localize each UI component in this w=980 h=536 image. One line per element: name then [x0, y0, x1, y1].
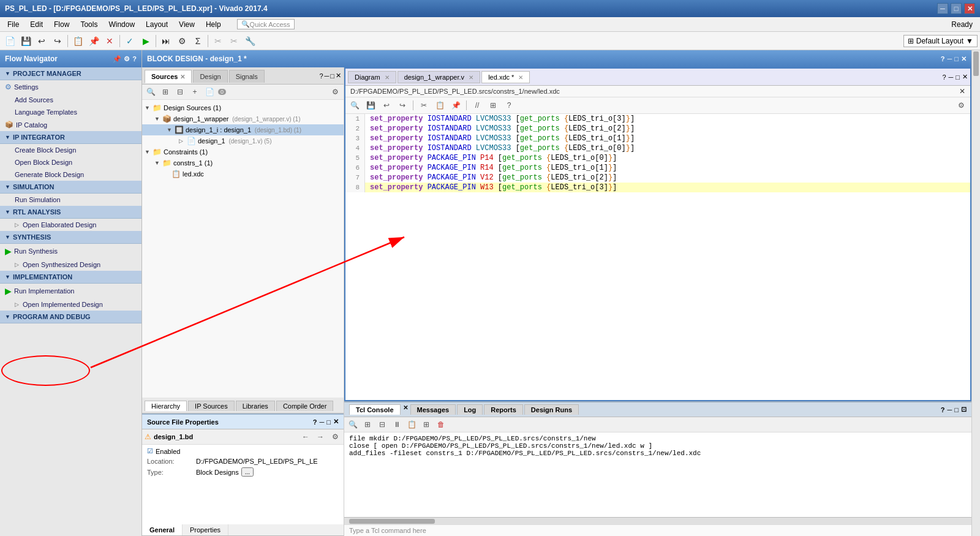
tcl-input[interactable]: Type a Tcl command here	[344, 524, 971, 536]
layout-dropdown[interactable]: ⊞ Default Layout ▼	[903, 35, 978, 47]
copy-button[interactable]: 📋	[70, 34, 85, 48]
tcl-tab-reports[interactable]: Reports	[484, 404, 523, 415]
tcl-pause-btn[interactable]: ⏸	[391, 418, 403, 431]
code-table-btn[interactable]: ⊞	[486, 99, 500, 112]
tcl-delete-btn[interactable]: 🗑	[435, 418, 447, 431]
run-button[interactable]: ▶	[138, 34, 153, 48]
nav-item-run-simulation[interactable]: Run Simulation	[0, 194, 141, 206]
code-redo-btn[interactable]: ↪	[396, 99, 409, 112]
cut-button[interactable]: ✂	[211, 34, 225, 48]
tcl-help-icon[interactable]: ?	[941, 406, 945, 413]
code-close-icon[interactable]: ✕	[962, 73, 968, 81]
bd-help-icon[interactable]: ?	[941, 55, 945, 63]
paste-button[interactable]: 📌	[86, 34, 101, 48]
tcl-expand-btn[interactable]: ⊞	[361, 418, 374, 431]
nav-item-add-sources[interactable]: Add Sources	[0, 94, 141, 106]
menu-help[interactable]: Help	[201, 19, 226, 30]
tab-design[interactable]: Design	[193, 70, 227, 83]
collapse-all-button[interactable]: ⊟	[174, 86, 186, 98]
sources-help-icon[interactable]: ?	[319, 72, 323, 80]
type-browse-button[interactable]: ...	[241, 467, 254, 477]
code-cut-btn[interactable]: ✂	[417, 99, 431, 112]
sources-min-icon[interactable]: ─	[325, 72, 330, 80]
pin-icon[interactable]: 📌	[113, 55, 121, 63]
delete-button[interactable]: ✕	[102, 34, 117, 48]
code-undo-btn[interactable]: ↩	[380, 99, 393, 112]
props-tab-properties[interactable]: Properties	[183, 524, 228, 535]
tree-constraints[interactable]: ▼ 📁 Constraints (1)	[142, 146, 344, 157]
tree-design-sources[interactable]: ▼ 📁 Design Sources (1)	[142, 102, 344, 113]
code-save-button[interactable]: 💾	[364, 99, 377, 112]
code-tab-wrapper[interactable]: design_1_wrapper.v ✕	[398, 71, 481, 83]
nav-item-generate-block-design[interactable]: Generate Block Design	[0, 168, 141, 181]
nav-item-run-synthesis[interactable]: ▶ Run Synthesis	[0, 244, 141, 259]
code-editor-settings-btn[interactable]: ⚙	[954, 99, 968, 112]
flow-nav-scroll[interactable]: ▼ PROJECT MANAGER ⚙ Settings Add Sources…	[0, 67, 141, 536]
tcl-hscroll[interactable]	[344, 517, 971, 524]
tcl-tab-console[interactable]: Tcl Console	[349, 404, 401, 415]
maximize-button[interactable]: □	[951, 3, 962, 14]
props-max-icon[interactable]: □	[326, 418, 331, 426]
undo-button[interactable]: ↩	[34, 34, 49, 48]
tcl-tab-log[interactable]: Log	[457, 404, 483, 415]
menu-view[interactable]: View	[174, 19, 200, 30]
close-path-icon[interactable]: ✕	[959, 87, 965, 96]
diagram-tab-close[interactable]: ✕	[385, 74, 390, 81]
led-tab-close[interactable]: ✕	[518, 74, 523, 81]
scissor2-button[interactable]: ✂	[227, 34, 241, 48]
wrapper-tab-close[interactable]: ✕	[469, 74, 473, 81]
props-settings-button[interactable]: ⚙	[329, 431, 341, 443]
tree-design-1-i[interactable]: ▼ 🔲 design_1_i : design_1 (design_1.bd) …	[142, 124, 344, 135]
new-file-button[interactable]: 📄	[2, 34, 17, 48]
tree-led-xdc[interactable]: 📋 led.xdc	[142, 168, 344, 179]
code-help-btn[interactable]: ?	[502, 99, 516, 112]
section-simulation[interactable]: ▼ SIMULATION	[0, 181, 141, 194]
tree-settings-button[interactable]: ⚙	[329, 86, 341, 98]
quick-access-input[interactable]: 🔍 Quick Access	[237, 19, 295, 29]
sources-close-icon[interactable]: ✕	[336, 72, 341, 80]
tcl-copy-btn[interactable]: 📋	[405, 418, 418, 431]
minimize-button[interactable]: ─	[937, 3, 948, 14]
code-content[interactable]: 1 set_property IOSTANDARD LVCMOS33 [get_…	[345, 114, 970, 400]
props-close-icon[interactable]: ✕	[333, 418, 339, 426]
code-search-button[interactable]: 🔍	[348, 99, 361, 112]
tcl-collapse-btn[interactable]: ⊟	[376, 418, 388, 431]
tab-sources[interactable]: Sources✕	[145, 70, 192, 83]
menu-tools[interactable]: Tools	[75, 19, 102, 30]
view-button[interactable]: 📄	[203, 86, 216, 98]
tcl-content[interactable]: file mkdir D:/FPGADEMO/PS_PL_LED/PS_PL_L…	[344, 432, 971, 517]
search-sources-button[interactable]: 🔍	[145, 86, 157, 98]
bd-close-icon[interactable]: ✕	[961, 55, 967, 63]
menu-window[interactable]: Window	[104, 19, 140, 30]
redo-button[interactable]: ↪	[50, 34, 65, 48]
debug-button[interactable]: 🔧	[243, 34, 257, 48]
tab-compile-order[interactable]: Compile Order	[276, 401, 334, 411]
props-tab-general[interactable]: General	[142, 524, 183, 535]
enabled-checkbox[interactable]: ☑	[147, 447, 153, 455]
right-scrollbar[interactable]	[971, 50, 980, 536]
section-implementation[interactable]: ▼ IMPLEMENTATION	[0, 271, 141, 284]
section-project-manager[interactable]: ▼ PROJECT MANAGER	[0, 67, 141, 80]
menu-flow[interactable]: Flow	[49, 19, 74, 30]
nav-item-open-implemented[interactable]: ▷ Open Implemented Design	[0, 298, 141, 311]
settings-button[interactable]: ⚙	[175, 34, 189, 48]
sources-max-icon[interactable]: □	[330, 72, 334, 80]
tcl-tab-design-runs[interactable]: Design Runs	[524, 404, 579, 415]
check-button[interactable]: ✓	[123, 34, 137, 48]
tcl-min-icon[interactable]: ─	[948, 406, 952, 413]
tcl-search-button[interactable]: 🔍	[347, 418, 359, 431]
props-forward-button[interactable]: →	[314, 431, 326, 443]
props-min-icon[interactable]: ─	[320, 418, 325, 426]
nav-settings-icon[interactable]: ⚙	[124, 55, 130, 63]
props-back-button[interactable]: ←	[300, 431, 312, 443]
section-synthesis[interactable]: ▼ SYNTHESIS	[0, 231, 141, 244]
nav-item-settings[interactable]: ⚙ Settings	[0, 80, 141, 94]
code-tab-diagram[interactable]: Diagram ✕	[348, 71, 396, 83]
tree-constrs-1[interactable]: ▼ 📁 constrs_1 (1)	[142, 157, 344, 168]
bd-maximize-icon[interactable]: □	[954, 55, 959, 63]
step-button[interactable]: ⏭	[159, 34, 173, 48]
tab-ip-sources[interactable]: IP Sources	[188, 401, 235, 411]
tcl-tab-messages[interactable]: Messages	[410, 404, 456, 415]
tcl-float-icon[interactable]: ⊡	[961, 406, 967, 413]
code-help-icon[interactable]: ?	[942, 74, 946, 81]
